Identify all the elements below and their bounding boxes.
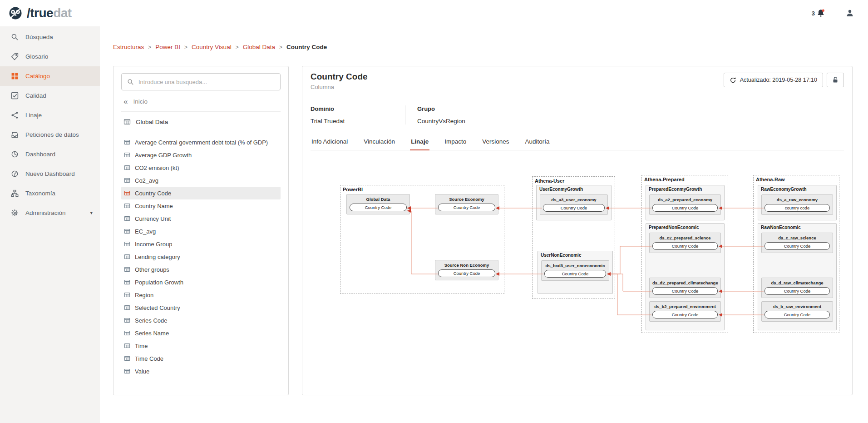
tree-item-label: Region	[135, 292, 153, 299]
tree-item[interactable]: Series Code	[121, 314, 281, 327]
lineage-table-source-non-economy[interactable]: Source Non Economy Country Code	[435, 260, 498, 280]
tree-item[interactable]: Time	[121, 339, 281, 352]
tab-impacto[interactable]: Impacto	[444, 138, 467, 150]
sidebar-item-peticiones[interactable]: Peticiones de datos	[0, 125, 100, 144]
tree-item[interactable]: Country Name	[121, 199, 281, 212]
breadcrumb-separator: >	[184, 44, 187, 50]
tree-item[interactable]: Other groups	[121, 263, 281, 276]
lineage-field-pill[interactable]: Country Code	[438, 269, 495, 277]
lineage-table-ds-bcd3-user-noneconomic[interactable]: ds_bcd3_user_noneconomic Country Code	[541, 260, 609, 281]
lineage-table-global-data[interactable]: Global Data Country Code	[346, 194, 410, 214]
table-icon	[124, 304, 130, 311]
lineage-field-pill[interactable]: Country Code	[652, 242, 718, 250]
table-icon	[124, 254, 130, 260]
lineage-table-ds-a-raw-economy[interactable]: ds_a_raw_economy country code	[761, 194, 833, 215]
tree-item-label: Population Growth	[135, 279, 183, 286]
sidebar-item-dashboard[interactable]: Dashboard	[0, 144, 100, 164]
tree-item-label: EC_avg	[135, 228, 156, 235]
lineage-field-pill[interactable]: Country Code	[764, 242, 830, 250]
lineage-field-pill[interactable]: Country Code	[543, 204, 605, 212]
lineage-field-pill[interactable]: Country Code	[764, 287, 830, 295]
lineage-field-pill[interactable]: Country Code	[350, 204, 407, 211]
tree-back-home[interactable]: « Inicio	[121, 98, 281, 112]
sidebar-item-linaje[interactable]: Linaje	[0, 105, 100, 125]
table-icon	[124, 317, 130, 323]
grid-icon	[11, 72, 19, 80]
tree-item[interactable]: Selected Country	[121, 301, 281, 314]
gauge-icon	[11, 170, 19, 178]
lineage-field-pill[interactable]: country code	[764, 204, 830, 212]
lineage-subgroup-label: UserEconmyGrowth	[539, 187, 583, 192]
lineage-field-pill[interactable]: Country Code	[544, 270, 606, 278]
tree-item[interactable]: EC_avg	[121, 225, 281, 238]
tab-vinculacion[interactable]: Vinculación	[363, 138, 396, 150]
tree-item[interactable]: Population Growth	[121, 276, 281, 289]
sidebar-item-administracion[interactable]: Administración ▾	[0, 203, 100, 223]
lineage-table-source-economy[interactable]: Source Economy Country Code	[435, 194, 498, 214]
tree-item[interactable]: Income Group	[121, 238, 281, 250]
breadcrumb-current: Country Code	[286, 44, 327, 50]
user-menu-button[interactable]	[845, 9, 854, 18]
sidebar-item-catalogo[interactable]: Catálogo	[0, 66, 100, 86]
lock-button[interactable]	[827, 73, 844, 87]
search-input[interactable]	[138, 79, 275, 85]
truedat-logo[interactable]: /truedat	[7, 5, 72, 21]
breadcrumb-country-visual[interactable]: Country Visual	[192, 44, 232, 50]
tree-item[interactable]: Co2_avg	[121, 174, 281, 187]
lineage-table-ds-c2-prepared-science[interactable]: ds_c2_prepared_science Country Code	[649, 233, 721, 253]
tag-icon	[11, 53, 19, 60]
tree-item-label: Series Name	[135, 330, 169, 337]
chevron-down-icon: ▾	[90, 210, 93, 216]
gear-icon	[11, 209, 19, 217]
sidebar-item-busqueda[interactable]: Búsqueda	[0, 27, 100, 47]
tree-item[interactable]: Lending category	[121, 250, 281, 263]
lineage-table-ds-c-raw-science[interactable]: ds_c_raw_science Country Code	[761, 233, 833, 253]
lineage-table-ds-a2-prepared-economy[interactable]: ds_a2_prepared_economy Country Code	[649, 194, 721, 215]
breadcrumb-global-data[interactable]: Global Data	[243, 44, 275, 50]
tree-item[interactable]: Country Code	[121, 187, 281, 199]
tree-parent-label: Global Data	[136, 119, 168, 125]
tree-item[interactable]: Average GDP Growth	[121, 149, 281, 161]
table-icon	[124, 279, 130, 285]
lineage-subgroup-label: RawEconomyGrowth	[761, 187, 807, 192]
tree-parent-global-data[interactable]: Global Data	[121, 112, 281, 132]
domain-group-info: Dominio Trial Truedat Grupo CountryVsReg…	[311, 105, 505, 124]
tree-item[interactable]: Time Code	[121, 352, 281, 365]
lineage-field-pill[interactable]: Country Code	[764, 311, 830, 318]
sidebar-item-calidad[interactable]: Calidad	[0, 86, 100, 105]
sidebar-item-nuevo-dashboard[interactable]: Nuevo Dashboard	[0, 164, 100, 184]
tree-item[interactable]: Value	[121, 365, 281, 378]
tree-item[interactable]: Currency Unit	[121, 212, 281, 225]
group-label: Grupo	[417, 105, 505, 112]
table-icon	[124, 228, 130, 234]
notifications-button[interactable]: 3	[812, 9, 825, 18]
tab-auditoria[interactable]: Auditoría	[524, 138, 550, 150]
sidebar-item-glosario[interactable]: Glosario	[0, 47, 100, 66]
lineage-field-pill[interactable]: Country Code	[652, 204, 718, 212]
updated-label: Actualizado: 2019-05-28 17:10	[740, 77, 817, 83]
breadcrumb-power-bi[interactable]: Power BI	[155, 44, 180, 50]
sidebar-item-taxonomia[interactable]: Taxonomía	[0, 184, 100, 203]
tree-item[interactable]: Series Name	[121, 327, 281, 339]
lineage-table-name: ds_bcd3_user_noneconomic	[544, 263, 606, 268]
lineage-table-ds-a3-user-economy[interactable]: ds_a3_user_economy Country Code	[540, 194, 608, 215]
table-icon	[124, 190, 130, 196]
lineage-table-ds-b-raw-environment[interactable]: ds_b_raw_environment Country Code	[761, 301, 833, 322]
refresh-updated-button[interactable]: Actualizado: 2019-05-28 17:10	[724, 73, 823, 87]
lineage-table-ds-d2-prepared-climatechange[interactable]: ds_d2_prepared_climatechange Country Cod…	[649, 278, 721, 298]
breadcrumb-estructuras[interactable]: Estructuras	[113, 44, 144, 50]
tree-item[interactable]: Region	[121, 289, 281, 301]
tree-item[interactable]: Average Central government debt total (%…	[121, 136, 281, 149]
lineage-field-pill[interactable]: Country Code	[438, 204, 495, 211]
tab-versiones[interactable]: Versiones	[481, 138, 510, 150]
group-value: CountryVsRegion	[417, 118, 505, 124]
lineage-field-pill[interactable]: Country Code	[652, 311, 718, 318]
lineage-field-pill[interactable]: Country Code	[652, 287, 718, 295]
table-icon	[124, 177, 130, 184]
tab-linaje[interactable]: Linaje	[410, 138, 429, 150]
sidebar: Búsqueda Glosario Catálogo Calidad Linaj…	[0, 26, 100, 423]
lineage-table-ds-d-raw-climatechange[interactable]: ds_d_raw_climatechange Country Code	[761, 278, 833, 298]
lineage-table-ds-b2-prepared-environment[interactable]: ds_b2_prepared_environment Country Code	[649, 301, 721, 322]
tree-item[interactable]: CO2 emision (kt)	[121, 161, 281, 174]
tab-info-adicional[interactable]: Info Adicional	[311, 138, 349, 150]
